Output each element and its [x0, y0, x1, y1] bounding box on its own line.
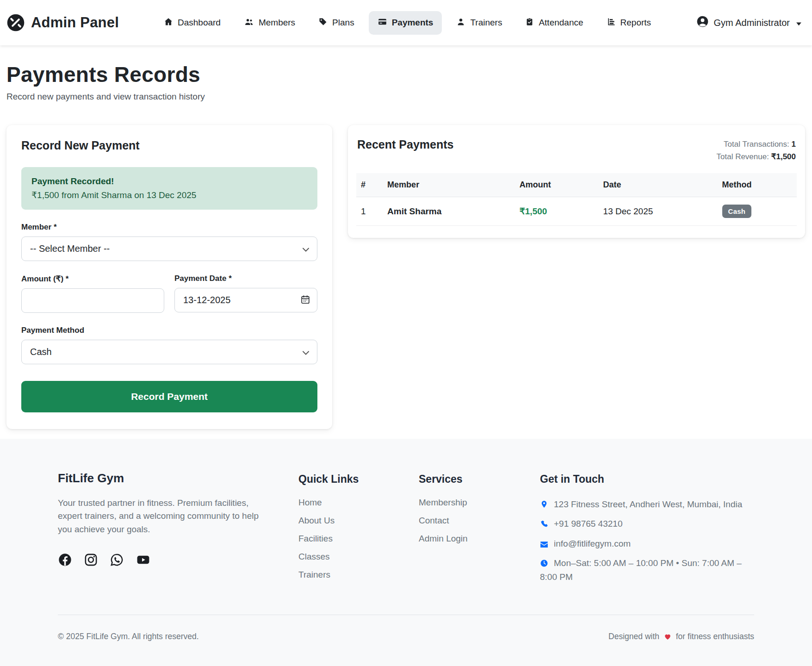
top-navbar: Admin Panel Dashboard Members Plans Paym… — [0, 0, 812, 45]
nav-label: Reports — [620, 18, 651, 28]
nav-links: Dashboard Members Plans Payments Trainer… — [155, 11, 660, 35]
get-in-touch-title: Get in Touch — [540, 473, 754, 485]
alert-title: Payment Recorded! — [31, 176, 307, 187]
page-root: Admin Panel Dashboard Members Plans Paym… — [0, 0, 812, 666]
dumbbell-logo-icon — [6, 13, 25, 32]
instagram-icon[interactable] — [84, 553, 98, 569]
col-header-method: Method — [718, 173, 797, 197]
services-title: Services — [419, 473, 540, 485]
method-select[interactable]: Cash — [21, 340, 317, 364]
user-menu[interactable]: Gym Administrator — [696, 15, 802, 30]
nav-item-plans[interactable]: Plans — [310, 11, 363, 35]
member-label: Member * — [21, 223, 317, 232]
method-select-value: Cash — [30, 347, 52, 357]
envelope-icon — [540, 541, 548, 548]
footer-link-trainers[interactable]: Trainers — [298, 570, 419, 580]
phone-icon — [540, 520, 548, 528]
brand-title: Admin Panel — [31, 14, 119, 31]
table-row: 1 Amit Sharma ₹1,500 13 Dec 2025 Cash — [356, 197, 797, 226]
facebook-icon[interactable] — [58, 553, 72, 569]
col-header-member: Member — [383, 173, 515, 197]
main-content: Payments Records Record new payments and… — [0, 45, 812, 439]
page-subtitle: Record new payments and view transaction… — [6, 92, 805, 102]
person-icon — [456, 17, 465, 29]
footer-description: Your trusted partner in fitness. Premium… — [58, 497, 272, 536]
chevron-down-icon — [302, 347, 310, 357]
payments-table: # Member Amount Date Method 1 Amit Sharm… — [356, 173, 797, 226]
amount-label: Amount (₹) * — [21, 274, 164, 284]
col-header-amount: Amount — [515, 173, 599, 197]
quick-links-title: Quick Links — [298, 473, 419, 485]
clock-icon — [540, 559, 548, 567]
nav-label: Plans — [332, 18, 354, 28]
clipboard-check-icon — [525, 17, 534, 29]
method-label: Payment Method — [21, 326, 317, 335]
record-payment-button[interactable]: Record Payment — [21, 381, 317, 412]
designed-with: Designed with for fitness enthusiasts — [608, 632, 754, 643]
member-select[interactable]: -- Select Member -- — [21, 237, 317, 261]
contact-phone: +91 98765 43210 — [540, 517, 754, 530]
footer-link-membership[interactable]: Membership — [419, 498, 540, 508]
nav-item-attendance[interactable]: Attendance — [516, 11, 592, 35]
whatsapp-icon[interactable] — [110, 553, 124, 569]
payment-totals: Total Transactions: 1 Total Revenue: ₹1,… — [717, 138, 796, 163]
people-icon — [244, 17, 254, 29]
nav-item-dashboard[interactable]: Dashboard — [155, 11, 229, 35]
total-revenue: Total Revenue: ₹1,500 — [717, 150, 796, 163]
cell-amount: ₹1,500 — [515, 197, 599, 226]
nav-item-payments[interactable]: Payments — [369, 11, 442, 35]
recent-payments-card: Recent Payments Total Transactions: 1 To… — [348, 125, 805, 238]
person-circle-icon — [696, 15, 709, 30]
col-header-index: # — [356, 173, 383, 197]
copyright: © 2025 FitLife Gym. All rights reserved. — [58, 632, 199, 643]
alert-message: ₹1,500 from Amit Sharma on 13 Dec 2025 — [31, 190, 307, 200]
col-header-date: Date — [599, 173, 718, 197]
footer-link-about[interactable]: About Us — [298, 516, 419, 526]
calendar-icon[interactable] — [300, 294, 310, 306]
footer-link-classes[interactable]: Classes — [298, 552, 419, 562]
cell-member: Amit Sharma — [383, 197, 515, 226]
nav-item-trainers[interactable]: Trainers — [447, 11, 511, 35]
nav-label: Payments — [392, 18, 434, 28]
credit-card-icon — [378, 17, 387, 29]
footer-link-admin-login[interactable]: Admin Login — [419, 534, 540, 544]
date-label: Payment Date * — [174, 274, 317, 283]
amount-input[interactable] — [21, 288, 164, 313]
member-select-value: -- Select Member -- — [30, 243, 110, 254]
total-transactions: Total Transactions: 1 — [717, 138, 796, 150]
method-badge: Cash — [722, 205, 751, 218]
cell-date: 13 Dec 2025 — [599, 197, 718, 226]
success-alert: Payment Recorded! ₹1,500 from Amit Sharm… — [21, 167, 317, 210]
footer: FitLife Gym Your trusted partner in fitn… — [0, 439, 812, 666]
heart-icon — [663, 633, 672, 642]
table-header-row: # Member Amount Date Method — [356, 173, 797, 197]
brand[interactable]: Admin Panel — [6, 13, 119, 32]
user-name: Gym Administrator — [714, 18, 790, 28]
footer-link-facilities[interactable]: Facilities — [298, 534, 419, 544]
contact-hours: Mon–Sat: 5:00 AM – 10:00 PM • Sun: 7:00 … — [540, 556, 754, 584]
house-icon — [164, 17, 173, 29]
footer-link-contact[interactable]: Contact — [419, 516, 540, 526]
footer-brand: FitLife Gym — [58, 471, 272, 485]
date-input[interactable] — [174, 288, 317, 312]
nav-item-members[interactable]: Members — [235, 11, 304, 35]
cell-index: 1 — [356, 197, 383, 226]
nav-item-reports[interactable]: Reports — [598, 11, 660, 35]
nav-label: Members — [259, 18, 295, 28]
contact-address: 123 Fitness Street, Andheri West, Mumbai… — [540, 498, 754, 511]
nav-label: Attendance — [539, 18, 583, 28]
bar-chart-icon — [607, 17, 616, 29]
footer-link-home[interactable]: Home — [298, 498, 419, 508]
youtube-icon[interactable] — [136, 553, 151, 569]
contact-email: info@fitlifegym.com — [540, 537, 754, 550]
record-payment-card: Record New Payment Payment Recorded! ₹1,… — [6, 125, 332, 429]
nav-label: Dashboard — [178, 18, 221, 28]
recent-payments-title: Recent Payments — [357, 138, 453, 151]
form-title: Record New Payment — [21, 139, 317, 152]
social-links — [58, 553, 272, 569]
tag-icon — [318, 17, 328, 29]
nav-label: Trainers — [470, 18, 502, 28]
page-title: Payments Records — [6, 62, 805, 87]
caret-down-icon — [796, 18, 802, 28]
chevron-down-icon — [302, 243, 310, 254]
